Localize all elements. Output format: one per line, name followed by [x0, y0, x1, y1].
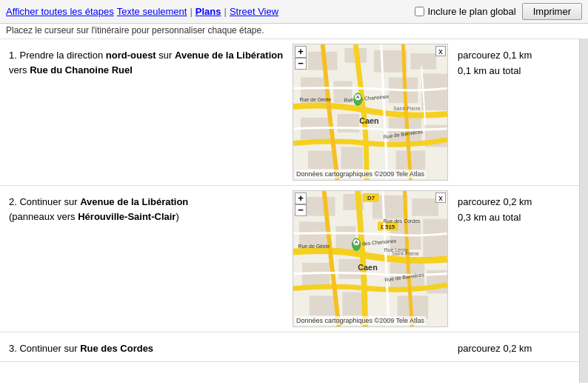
- step-row-1: 1. Prendre la direction nord-ouest sur A…: [0, 39, 579, 186]
- step-3-map-col: [293, 337, 452, 362]
- step-2-total: 0,3 km au total: [458, 210, 573, 226]
- step-2-zoom-in[interactable]: +: [295, 192, 307, 204]
- svg-rect-34: [302, 263, 330, 287]
- svg-rect-15: [341, 147, 363, 169]
- step-2-map-close[interactable]: x: [435, 192, 446, 203]
- step-1-distance: parcourez 0,1 km 0,1 km au total: [452, 44, 579, 84]
- step-1-map-col: Rue des Chanoines Rue de Géele Rue de Be…: [293, 44, 452, 181]
- step-row-3: 3. Continuer sur Rue des Cordes parcoure…: [0, 332, 579, 362]
- subtitle-bar: Placez le curseur sur l'itinéraire pour …: [0, 24, 588, 39]
- step-3-distance: parcourez 0,2 km: [452, 337, 579, 361]
- step-1-map-close[interactable]: x: [435, 46, 446, 56]
- svg-text:Rue de Géele: Rue de Géele: [299, 97, 331, 102]
- street-view-link[interactable]: Street View: [230, 6, 278, 17]
- step-1-prefix: Prendre la direction: [19, 50, 105, 61]
- step-3-dist-value: parcourez 0,2 km: [458, 341, 573, 357]
- step-2-map: D7 D515: [293, 190, 448, 327]
- steps-container: 1. Prendre la direction nord-ouest sur A…: [0, 39, 579, 383]
- step-1-direction: nord-ouest: [106, 50, 156, 61]
- step-1-zoom-in[interactable]: +: [295, 46, 307, 58]
- step-2-text: 2. Continuer sur Avenue de la Libération…: [0, 190, 293, 228]
- step-1-num: 1.: [9, 50, 19, 61]
- svg-text:Saint-Pierre: Saint-Pierre: [393, 106, 421, 111]
- step-row-2: 2. Continuer sur Avenue de la Libération…: [0, 186, 579, 332]
- step-1-map-svg: Rue des Chanoines Rue de Géele Rue de Be…: [293, 44, 447, 180]
- step-2-street: Avenue de la Libération: [80, 196, 188, 207]
- step-3-street: Rue des Cordes: [80, 343, 153, 354]
- svg-text:Rue de Géele: Rue de Géele: [298, 244, 330, 249]
- svg-text:Caen: Caen: [359, 116, 379, 125]
- step-2-map-svg: D7 D515: [293, 191, 447, 327]
- step-2-dest: Hérouville-Saint-Clair: [78, 211, 176, 222]
- svg-rect-26: [304, 197, 335, 216]
- step-2-copyright: Données cartographiques ©2009 Tele Atlas: [295, 316, 426, 325]
- step-2-num: 2.: [9, 196, 19, 207]
- svg-rect-9: [421, 74, 447, 110]
- show-all-link[interactable]: Afficher toutes les étapes: [6, 6, 114, 17]
- step-2-map-col: D7 D515: [293, 190, 452, 327]
- step-2-prefix: Continuer sur: [19, 196, 80, 207]
- svg-rect-11: [337, 114, 359, 133]
- text-only-link[interactable]: Texte seulement: [117, 6, 187, 17]
- step-2-zoom-controls: + −: [295, 192, 307, 216]
- svg-text:Caen: Caen: [358, 263, 378, 272]
- subtitle-text: Placez le curseur sur l'itinéraire pour …: [6, 25, 264, 36]
- print-button[interactable]: Imprimer: [522, 3, 582, 20]
- step-1-total: 0,1 km au total: [458, 64, 573, 79]
- plans-link[interactable]: Plans: [196, 6, 221, 17]
- svg-rect-5: [410, 53, 436, 70]
- step-1-zoom-out[interactable]: −: [295, 58, 307, 70]
- step-1-landmark: Rue du Chanoine Ruel: [30, 64, 133, 76]
- step-3-num: 3.: [9, 343, 19, 354]
- svg-text:D515: D515: [381, 224, 395, 230]
- svg-text:Rue des Cordes: Rue des Cordes: [384, 218, 421, 224]
- step-1-zoom-controls: + −: [295, 46, 307, 70]
- content-area: 1. Prendre la direction nord-ouest sur A…: [0, 39, 588, 383]
- svg-text:D7: D7: [367, 195, 375, 201]
- top-bar-right: Inclure le plan global Imprimer: [415, 3, 582, 20]
- step-2-distance: parcourez 0,2 km 0,3 km au total: [452, 190, 579, 230]
- step-1-copyright: Données cartographiques ©2009 Tele Atlas: [295, 170, 426, 178]
- top-bar: Afficher toutes les étapes Texte seuleme…: [0, 0, 588, 24]
- include-plan-label[interactable]: Inclure le plan global: [415, 6, 515, 17]
- step-1-map: Rue des Chanoines Rue de Géele Rue de Be…: [293, 44, 448, 181]
- svg-text:A: A: [356, 95, 360, 99]
- step-2-panel: (panneaux vers: [9, 211, 78, 222]
- step-2-dist-value: parcourez 0,2 km: [458, 195, 573, 210]
- top-bar-left: Afficher toutes les étapes Texte seuleme…: [6, 6, 412, 17]
- svg-rect-38: [310, 295, 337, 315]
- step-1-towards: vers: [9, 64, 30, 76]
- step-1-text: 1. Prendre la direction nord-ouest sur A…: [0, 44, 293, 81]
- step-3-prefix: Continuer sur: [19, 343, 80, 354]
- svg-rect-29: [412, 198, 438, 216]
- step-1-street: Avenue de la Libération: [175, 50, 283, 61]
- svg-rect-33: [423, 219, 447, 257]
- step-1-dist-value: parcourez 0,1 km: [458, 48, 573, 64]
- svg-rect-39: [342, 292, 363, 316]
- scrollbar[interactable]: [579, 39, 588, 383]
- sep1: |: [190, 6, 192, 17]
- step-3-text: 3. Continuer sur Rue des Cordes: [0, 337, 293, 361]
- step-1-on: sur: [156, 50, 175, 61]
- sep2: |: [224, 6, 227, 17]
- svg-text:Saint-Pierre: Saint-Pierre: [392, 251, 419, 256]
- step-2-zoom-out[interactable]: −: [295, 204, 307, 216]
- include-plan-checkbox[interactable]: [415, 7, 424, 16]
- svg-text:A: A: [355, 240, 358, 244]
- svg-rect-14: [308, 150, 334, 169]
